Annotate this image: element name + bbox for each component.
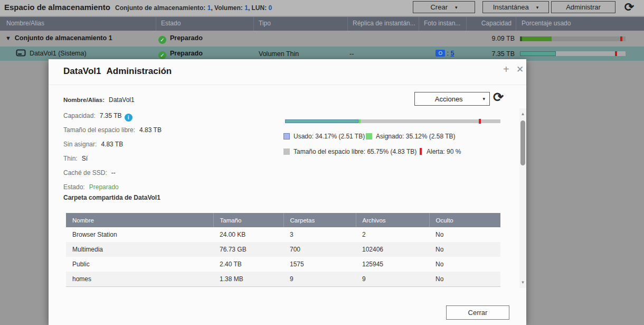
summary-lun-count: 0 [269, 4, 272, 12]
legend-used-swatch [283, 133, 290, 140]
folder-hidden: No [429, 242, 500, 257]
field-thin-label: Thin: [63, 155, 78, 162]
column-header-replica[interactable]: Réplica de instantán... [353, 20, 415, 27]
folder-row[interactable]: Multimedia 76.73 GB 700 102406 No [66, 242, 500, 257]
folder-files: 102406 [356, 242, 429, 257]
scroll-down-arrow-icon[interactable]: ▼ [519, 280, 526, 285]
column-header-used-pct[interactable]: Porcentaje usado [522, 20, 571, 27]
column-header-snapshot[interactable]: Foto instan... [424, 20, 460, 27]
snapshot-camera-icon [435, 50, 445, 57]
field-ssd-label: Caché de SSD: [63, 169, 107, 177]
folders-col-folders[interactable]: Carpetas [283, 213, 356, 227]
close-icon[interactable]: ✕ [516, 65, 524, 74]
folders-col-size[interactable]: Tamaño [213, 213, 283, 227]
dialog-scrollbar[interactable]: ▲ ▼ [519, 108, 526, 288]
field-name-label: Nombre/Alias: [63, 97, 105, 103]
scroll-up-arrow-icon[interactable]: ▲ [519, 112, 526, 116]
folder-hidden: No [429, 272, 500, 286]
dialog-title-suffix: Administración [107, 66, 172, 76]
folder-name: Browser Station [66, 227, 213, 242]
legend-alert-swatch [420, 148, 422, 155]
field-status-label: Estado: [63, 183, 85, 191]
column-header-name[interactable]: Nombre/Alias [6, 20, 44, 27]
legend-alert: Alerta: 90 % [420, 148, 461, 155]
column-header-type[interactable]: Tipo [259, 20, 271, 27]
pool-capacity: 9.09 TB [466, 35, 515, 42]
column-header-capacity[interactable]: Capacidad [463, 20, 512, 27]
folder-row[interactable]: Browser Station 24.00 KB 3 2 No [66, 227, 500, 242]
folder-files: 9 [356, 272, 429, 286]
shared-folders-table: Nombre Tamaño Carpetas Archivos Oculto B… [66, 213, 500, 287]
legend-allocated-swatch [366, 133, 372, 140]
manage-button-label: Administrar [566, 3, 601, 11]
info-icon[interactable]: i [125, 114, 132, 122]
legend-free: Tamaño del espacio libre: 65.75% (4.83 T… [283, 148, 416, 155]
field-free-label: Tamaño del espacio libre: [63, 126, 135, 134]
folder-name: Multimedia [66, 242, 213, 257]
folders-col-hidden[interactable]: Oculto [429, 213, 500, 227]
column-divider [466, 17, 467, 31]
volume-type: Volumen Thin [259, 50, 299, 58]
actions-button-label: Acciones [415, 95, 482, 103]
create-button[interactable]: Crear ▾ [413, 1, 475, 13]
field-ssd-value: -- [111, 169, 116, 177]
used-fill [285, 119, 358, 123]
refresh-button[interactable]: ⟳ [621, 1, 638, 13]
caret-down-icon: ▾ [536, 5, 539, 10]
folder-size: 24.00 KB [213, 227, 283, 242]
folder-name: homes [66, 272, 213, 286]
field-name-value: DataVol1 [109, 96, 135, 104]
page-title: Espacio de almacenamiento [4, 3, 110, 12]
status-check-icon: ✓ [158, 51, 166, 59]
folder-row[interactable]: homes 1.38 MB 9 9 No [66, 272, 500, 286]
scrollbar-thumb[interactable] [520, 120, 525, 165]
maximize-icon[interactable]: + [503, 64, 509, 75]
refresh-icon: ⟳ [624, 2, 634, 13]
usage-bar-fill [520, 51, 556, 56]
folder-size: 76.73 GB [213, 242, 283, 257]
volume-status: Preparado [170, 50, 203, 57]
folders-col-name[interactable]: Nombre [66, 213, 213, 227]
legend-allocated: Asignado: 35.12% (2.58 TB) [366, 133, 456, 140]
storage-pool-row[interactable]: ▼ Conjunto de almacenamiento 1 ✓ Prepara… [0, 31, 644, 47]
legend-alert-label: Alerta: 90 % [427, 148, 461, 155]
dialog-refresh-icon[interactable]: ⟳ [493, 91, 504, 104]
usage-bar-fill [520, 36, 552, 41]
folder-files: 125945 [356, 257, 429, 272]
topbar: Espacio de almacenamiento Conjunto de al… [0, 0, 644, 16]
field-thin-value: Sí [82, 155, 88, 162]
field-unalloc-value: 4.83 TB [101, 141, 123, 148]
folder-files: 2 [356, 227, 429, 242]
folder-size: 2.40 TB [213, 257, 283, 272]
folders-col-files[interactable]: Archivos [356, 213, 429, 227]
summary-pool-label: Conjunto de almacenamiento: [115, 4, 205, 12]
manage-button[interactable]: Administrar [551, 1, 615, 13]
folder-folders: 3 [283, 227, 356, 242]
pool-usage-bar [520, 36, 626, 41]
legend-used-label: Usado: 34.17% (2.51 TB) [293, 133, 365, 140]
column-header-status[interactable]: Estado [161, 20, 181, 27]
volume-replica: -- [349, 50, 354, 58]
alert-threshold-tick [615, 51, 617, 56]
volume-row-selected[interactable]: DataVol1 (Sistema) ✓ Preparado Volumen T… [0, 47, 644, 61]
folder-folders: 1575 [283, 257, 356, 272]
chevron-down-icon[interactable]: ▼ [5, 35, 11, 41]
summary-volume-label: , Volumen: [211, 4, 242, 12]
actions-button[interactable]: Acciones ▾ [414, 92, 490, 106]
snapshot-button[interactable]: Instantánea ▾ [482, 1, 549, 13]
column-divider [516, 17, 516, 31]
column-divider [347, 17, 348, 31]
legend-free-swatch [283, 148, 290, 155]
volume-disk-icon [16, 49, 26, 57]
close-dialog-button[interactable]: Cerrar [446, 305, 509, 320]
folder-row[interactable]: Public 2.40 TB 1575 125945 No [66, 257, 500, 272]
snapshot-count-link[interactable]: 5 [450, 50, 454, 57]
pool-status: Preparado [170, 34, 203, 42]
shared-folders-heading: Carpeta compartida de DataVol1 [63, 194, 160, 201]
alert-threshold-tick [479, 119, 481, 124]
pool-table-header: Nombre/Alias Estado Tipo Réplica de inst… [0, 17, 644, 31]
column-divider [419, 17, 419, 31]
legend-free-label: Tamaño del espacio libre: 65.75% (4.83 T… [293, 148, 416, 155]
create-button-label: Crear [430, 3, 448, 11]
dialog-title-volume: DataVol1 [63, 66, 101, 76]
